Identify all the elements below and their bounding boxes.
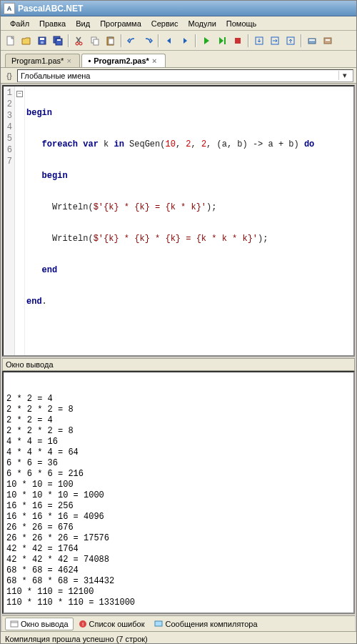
separator [301, 34, 302, 47]
bottom-tab-errors[interactable]: ! Список ошибок [74, 618, 150, 630]
svg-rect-14 [224, 37, 226, 44]
save-all-button[interactable] [51, 34, 65, 48]
paste-button[interactable] [104, 34, 118, 48]
run-button[interactable] [199, 34, 213, 48]
svg-rect-3 [41, 41, 44, 44]
toolbar [1, 31, 356, 51]
menu-edit[interactable]: Правка [34, 18, 71, 29]
svg-rect-13 [109, 36, 112, 38]
svg-point-8 [79, 42, 82, 45]
separator [68, 34, 69, 47]
code-editor[interactable]: 1234567 − begin foreach var k in SeqGen(… [2, 85, 355, 357]
svg-point-7 [76, 42, 79, 45]
svg-rect-27 [155, 621, 162, 626]
build-button[interactable] [321, 34, 335, 48]
svg-rect-6 [57, 39, 61, 41]
nav-back-button[interactable] [162, 34, 176, 48]
tab-program2[interactable]: •Program2.pas* × [81, 54, 166, 67]
app-icon: A [4, 3, 15, 14]
output-panel-title: Окно вывода [2, 358, 355, 371]
line-gutter: 1234567 [4, 86, 15, 355]
svg-rect-15 [235, 38, 241, 44]
stop-button[interactable] [231, 34, 245, 48]
redo-button[interactable] [141, 34, 155, 48]
code-area[interactable]: begin foreach var k in SeqGen(10, 2, 2, … [25, 86, 353, 355]
save-button[interactable] [35, 34, 49, 48]
title-bar: A PascalABC.NET [1, 1, 356, 16]
cut-button[interactable] [72, 34, 86, 48]
menu-service[interactable]: Сервис [146, 18, 183, 29]
svg-rect-2 [40, 38, 44, 40]
scope-icon: {} [4, 70, 15, 81]
svg-rect-23 [11, 621, 18, 627]
status-text: Компиляция прошла успешно (7 строк) [5, 635, 148, 643]
separator [121, 34, 122, 47]
svg-rect-10 [94, 39, 99, 45]
scope-bar: {} Глобальные имена ▾ [1, 68, 356, 84]
nav-forward-button[interactable] [178, 34, 192, 48]
open-file-button[interactable] [19, 34, 34, 48]
fold-gutter: − [15, 86, 25, 355]
output-panel[interactable]: 2 * 2 = 42 * 2 * 2 = 82 * 2 = 42 * 2 * 2… [2, 371, 355, 614]
menu-program[interactable]: Программа [95, 18, 146, 29]
menu-bar: Файл Правка Вид Программа Сервис Модули … [1, 16, 356, 31]
bottom-tabs: Окно вывода ! Список ошибок Сообщения ко… [2, 615, 355, 631]
menu-file[interactable]: Файл [5, 18, 34, 29]
output-icon [10, 620, 19, 628]
bottom-tab-output[interactable]: Окно вывода [5, 618, 74, 630]
messages-icon [154, 620, 163, 628]
scope-label: Глобальные имена [21, 71, 91, 80]
fold-toggle[interactable]: − [16, 91, 23, 97]
bottom-tab-messages[interactable]: Сообщения компилятора [149, 618, 262, 630]
run-noargs-button[interactable] [215, 34, 229, 48]
status-bar: Компиляция прошла успешно (7 строк) [1, 631, 356, 644]
close-icon[interactable]: × [66, 56, 74, 65]
editor-tabs: Program1.pas* × •Program2.pas* × [1, 51, 356, 68]
menu-modules[interactable]: Модули [183, 18, 221, 29]
tab-label: Program1.pas* [11, 56, 64, 65]
new-file-button[interactable] [4, 34, 18, 48]
close-icon[interactable]: × [152, 56, 159, 65]
svg-rect-22 [326, 39, 330, 41]
menu-view[interactable]: Вид [71, 18, 95, 29]
copy-button[interactable] [88, 34, 102, 48]
separator [248, 34, 249, 47]
menu-help[interactable]: Помощь [221, 18, 262, 29]
separator [158, 34, 159, 47]
step-into-button[interactable] [252, 34, 266, 48]
svg-text:!: ! [81, 621, 83, 628]
window-title: PascalABC.NET [18, 4, 83, 14]
svg-rect-12 [109, 39, 114, 44]
undo-button[interactable] [125, 34, 139, 48]
tab-program1[interactable]: Program1.pas* × [5, 54, 80, 67]
svg-rect-20 [309, 39, 315, 41]
errors-icon: ! [79, 620, 87, 628]
separator [195, 34, 196, 47]
tab-label: Program2.pas* [94, 56, 149, 65]
step-out-button[interactable] [283, 34, 298, 48]
step-over-button[interactable] [268, 34, 282, 48]
scope-dropdown[interactable]: Глобальные имена ▾ [17, 69, 353, 82]
chevron-down-icon: ▾ [338, 71, 350, 80]
compile-button[interactable] [305, 34, 319, 48]
modified-dot: • [88, 56, 91, 65]
